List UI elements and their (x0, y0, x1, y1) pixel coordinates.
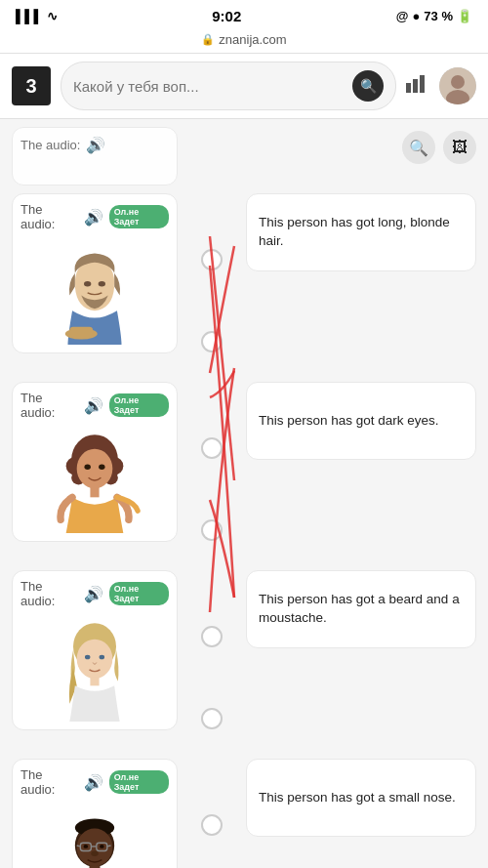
battery-text: 73 % (424, 9, 453, 23)
right-card-3: This person has got a beard and a mousta… (246, 570, 476, 648)
svg-rect-10 (69, 327, 93, 336)
svg-point-21 (77, 640, 113, 679)
svg-rect-24 (90, 677, 99, 685)
audio-button-3[interactable]: 🔊 (84, 585, 103, 603)
wifi-icon: ∿ (47, 9, 58, 23)
avatar[interactable] (439, 67, 476, 104)
person-image-2 (20, 426, 169, 533)
connector-3a[interactable] (201, 626, 223, 647)
audio-label-1: The audio: 🔊 Ол.не Задет (20, 202, 169, 231)
connector-3b[interactable] (201, 708, 223, 729)
badge-3: Ол.не Задет (109, 582, 169, 605)
svg-point-7 (84, 281, 91, 287)
image-circle-icon[interactable]: 🖼 (443, 131, 476, 164)
person-image-1 (20, 237, 169, 345)
status-right: @ ● 73 % 🔋 (396, 9, 472, 23)
svg-point-35 (91, 851, 98, 857)
svg-point-18 (99, 464, 104, 470)
lock-icon: 🔒 (201, 33, 215, 46)
badge-4: Ол.не Задет (109, 770, 169, 794)
at-icon: @ (396, 9, 409, 23)
signal-icon: ▌▌▌ (16, 9, 43, 23)
top-nav: 3 🔍 (0, 54, 488, 119)
top-partial-row: The audio: 🔊 🔍 🖼 (12, 127, 476, 186)
audio-label-3: The audio: 🔊 Ол.не Задет (20, 579, 169, 608)
audio-label-4: The audio: 🔊 Ол.не Задет (20, 767, 169, 797)
status-bar: ▌▌▌ ∿ 9:02 @ ● 73 % 🔋 (0, 0, 488, 28)
location-icon: ● (412, 9, 420, 23)
top-partial-card: The audio: 🔊 (12, 127, 178, 186)
search-icon: 🔍 (360, 78, 377, 94)
left-card-2: The audio: 🔊 Ол.не Задет (12, 382, 178, 542)
app-logo[interactable]: 3 (12, 66, 51, 105)
content-area: The audio: 🔊 🔍 🖼 The audio: 🔊 Ол.не Заде… (0, 119, 488, 868)
url-bar: 🔒 znanija.com (0, 28, 488, 54)
svg-point-33 (84, 845, 89, 848)
svg-point-8 (99, 281, 105, 287)
svg-point-23 (100, 655, 105, 660)
url-text: znanija.com (219, 32, 286, 47)
svg-rect-2 (420, 75, 425, 93)
image-icon: 🖼 (452, 139, 468, 156)
audio-label-partial: The audio: 🔊 (20, 136, 169, 154)
right-text-2: This person has got dark eyes. (259, 412, 439, 431)
status-time: 9:02 (212, 8, 241, 24)
status-left: ▌▌▌ ∿ (16, 9, 58, 23)
right-card-4: This person has got a small nose. (246, 759, 476, 837)
right-text-1: This person has got long, blonde hair. (259, 214, 464, 251)
audio-button-2[interactable]: 🔊 (84, 396, 103, 415)
match-row-4: The audio: 🔊 Ол.не Задет (12, 759, 476, 868)
svg-point-34 (100, 845, 104, 848)
match-row-3: The audio: 🔊 Ол.не Задет (12, 570, 476, 751)
audio-button-partial[interactable]: 🔊 (86, 136, 105, 154)
match-row-1: The audio: 🔊 Ол.не Задет (12, 193, 476, 374)
right-text-3: This person has got a beard and a mousta… (259, 591, 464, 628)
audio-button-4[interactable]: 🔊 (84, 773, 103, 792)
person-image-3 (20, 614, 169, 722)
magnify-icon: 🔍 (409, 139, 428, 157)
connector-2b[interactable] (201, 519, 223, 541)
svg-rect-0 (406, 83, 411, 93)
search-input[interactable] (73, 78, 345, 95)
connector-2a[interactable] (201, 437, 223, 459)
svg-rect-1 (413, 79, 418, 93)
badge-1: Ол.не Задет (109, 205, 169, 228)
connector-4a[interactable] (201, 814, 223, 836)
left-card-3: The audio: 🔊 Ол.не Задет (12, 570, 178, 730)
search-circle-icon[interactable]: 🔍 (402, 131, 435, 164)
svg-line-31 (77, 846, 81, 847)
left-card-4: The audio: 🔊 Ол.не Задет (12, 759, 178, 868)
audio-label-2: The audio: 🔊 Ол.не Задет (20, 391, 169, 420)
badge-2: Ол.не Задет (109, 393, 169, 417)
svg-point-16 (77, 449, 113, 488)
search-box[interactable]: 🔍 (61, 62, 396, 110)
audio-button-1[interactable]: 🔊 (84, 208, 103, 227)
right-text-4: This person has got a small nose. (259, 789, 456, 807)
stats-icon[interactable] (406, 73, 429, 99)
svg-point-17 (84, 464, 90, 470)
right-card-2: This person has got dark eyes. (246, 382, 476, 460)
svg-line-32 (107, 846, 111, 847)
left-card-1: The audio: 🔊 Ол.не Задет (12, 193, 178, 353)
svg-rect-19 (90, 486, 99, 497)
person-image-4 (20, 803, 169, 868)
connector-1b[interactable] (201, 331, 223, 352)
battery-icon: 🔋 (457, 9, 472, 23)
svg-point-22 (85, 655, 91, 660)
search-button[interactable]: 🔍 (352, 70, 384, 102)
match-row-2: The audio: 🔊 Ол.не Задет (12, 382, 476, 562)
svg-point-4 (451, 75, 465, 89)
right-card-1: This person has got long, blonde hair. (246, 193, 476, 271)
connector-1a[interactable] (201, 249, 223, 270)
